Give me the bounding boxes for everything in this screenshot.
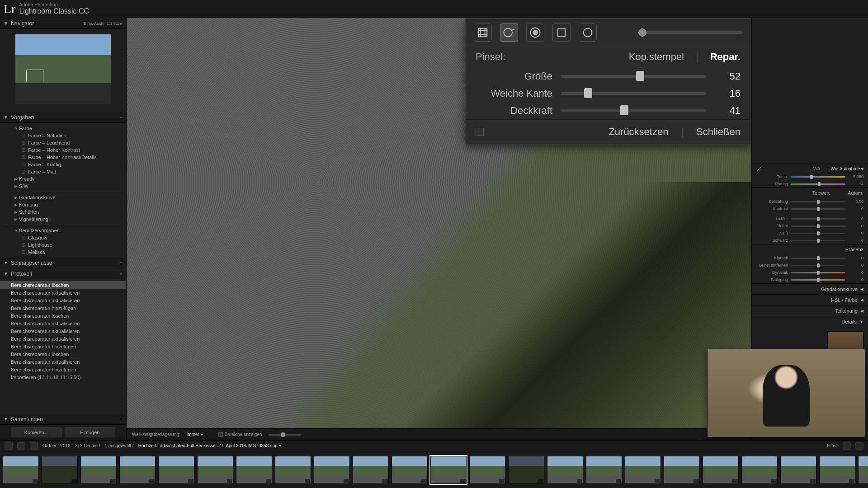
mode-heal[interactable]: Repar. [710,51,741,63]
history-item[interactable]: Bereichsreparatur aktualisieren [0,335,126,343]
plus-icon[interactable]: + [119,114,123,121]
filmstrip-thumb[interactable]: ⋯ [858,456,868,484]
filmstrip-thumb[interactable]: ⋯ [42,456,78,484]
panel-toggle[interactable] [476,128,484,136]
history-item[interactable]: Bereichsreparatur aktualisieren [0,327,126,335]
history-item[interactable]: Bereichsreparatur aktualisieren [0,289,126,296]
preset-group[interactable]: ▶Gradationskurve [0,194,126,201]
paste-button[interactable]: Einfügen [65,427,116,437]
image-canvas[interactable]: Pinsel: Kop.stempel | Repar. Größe 52 We… [127,18,751,428]
preset-group[interactable]: ▼Farbe [0,125,126,132]
show-areas-slider[interactable] [269,434,301,436]
navigator-preview[interactable] [0,29,126,112]
filmstrip-thumb[interactable]: ⋯ [275,456,311,484]
filmstrip-thumb[interactable]: ⋯ [819,456,855,484]
history-item[interactable]: Importieren (13.11.18 13:15:50) [0,373,126,381]
saturation-slider[interactable] [791,279,845,281]
history-item[interactable]: Bereichsreparatur hinzufügen [0,304,126,312]
exposure-slider[interactable] [791,201,845,202]
overlay-dropdown[interactable]: Immer ▾ [187,432,203,437]
navigator-header[interactable]: ▼ Navigator Einp. Ausfü. 1:1 3:1 ▸ [0,18,126,29]
second-screen-button[interactable] [30,442,38,450]
navigator-zoom-options[interactable]: Einp. Ausfü. 1:1 3:1 ▸ [84,21,123,26]
show-areas-checkbox[interactable] [218,432,223,437]
preset-item[interactable]: Melissa [0,249,126,256]
contrast-slider[interactable] [791,208,845,210]
filmstrip-thumb[interactable]: ⋯ [236,456,272,484]
spot-removal-tool[interactable] [500,23,518,42]
close-icon[interactable]: × [119,271,123,277]
filter-flag-button[interactable] [843,442,851,450]
auto-button[interactable]: Autom. [848,190,863,196]
radial-filter-tool[interactable] [579,23,597,42]
filmstrip[interactable]: ⋯⋯⋯⋯⋯⋯⋯⋯⋯⋯⋯⋯⋯⋯⋯⋯⋯⋯⋯⋯⋯⋯⋯ [0,451,868,488]
navigator-rect[interactable] [26,70,43,82]
reset-button[interactable]: Zurücksetzen [609,126,668,138]
copy-button[interactable]: Kopieren... [11,427,62,437]
history-header[interactable]: ▼ Protokoll × [0,268,126,279]
filmstrip-thumb[interactable]: ⋯ [741,456,778,484]
loupe-view-button[interactable] [17,442,25,450]
history-item[interactable]: Bereichsreparatur hinzufügen [0,343,126,350]
close-button[interactable]: Schließen [696,126,741,138]
graduated-filter-tool[interactable] [552,23,571,42]
tint-slider[interactable] [791,183,845,185]
preset-item[interactable]: Farbe – Kräftig [0,161,126,168]
path-filename[interactable]: Hochzeit-Ludwigshafen-Full-Benkesser-27.… [138,443,281,448]
temp-slider[interactable] [791,176,845,178]
filmstrip-thumb[interactable]: ⋯ [353,456,389,484]
vibrance-slider[interactable] [791,272,845,273]
blacks-slider[interactable] [791,240,845,241]
preset-group[interactable]: ▶Körnung [0,201,126,208]
filmstrip-thumb[interactable]: ⋯ [625,456,661,484]
filmstrip-thumb[interactable]: ⋯ [158,456,194,484]
preset-group[interactable]: ▶Schärfen [0,208,126,216]
filter-menu-button[interactable] [855,442,863,450]
eyedropper-icon[interactable] [756,165,763,172]
filmstrip-thumb[interactable]: ⋯ [3,456,39,484]
detail-panel[interactable]: Details▼ [752,316,868,327]
preset-group[interactable]: ▶Kreativ [0,175,126,183]
filmstrip-thumb[interactable]: ⋯ [430,456,467,484]
history-item[interactable]: Bereichsreparatur aktualisieren [0,358,126,366]
history-item[interactable]: Bereichsreparatur löschen [0,350,126,358]
preset-item[interactable]: Farbe – Natürlich [0,132,126,139]
snapshots-header[interactable]: ▼ Schnappschüsse + [0,258,126,268]
history-item[interactable]: Bereichsreparatur aktualisieren [0,296,126,304]
presets-header[interactable]: ▼ Vorgaben + [0,112,126,123]
history-item[interactable]: Bereichsreparatur aktualisieren [0,319,126,327]
whites-slider[interactable] [791,233,845,234]
filmstrip-thumb[interactable]: ⋯ [547,456,583,484]
filmstrip-thumb[interactable]: ⋯ [314,456,350,484]
collections-header[interactable]: ▼ Sammlungen + [0,414,126,425]
split-panel[interactable]: Teiltonung◀ [752,305,868,316]
filmstrip-thumb[interactable]: ⋯ [80,456,117,484]
filmstrip-thumb[interactable]: ⋯ [703,456,739,484]
preset-item[interactable]: Farbe – Hoher Kontrast [0,146,126,154]
preset-item[interactable]: Farbe – Matt [0,168,126,175]
size-slider[interactable] [561,75,706,78]
filmstrip-thumb[interactable]: ⋯ [119,456,156,484]
user-presets-group[interactable]: ▼Benutzervorgaben [0,227,126,234]
filmstrip-thumb[interactable]: ⋯ [780,456,816,484]
history-item[interactable]: Bereichsreparatur löschen [0,281,126,289]
curve-panel[interactable]: Gradationskurve◀ [752,283,868,294]
filmstrip-thumb[interactable]: ⋯ [392,456,428,484]
opacity-slider[interactable] [561,109,706,112]
redeye-tool[interactable] [526,23,544,42]
tool-strip-slider[interactable] [638,31,742,34]
highlights-slider[interactable] [791,218,845,220]
filmstrip-thumb[interactable]: ⋯ [664,456,700,484]
preset-item[interactable]: Lighthouse [0,241,126,249]
feather-slider[interactable] [561,92,706,95]
history-item[interactable]: Bereichsreparatur hinzufügen [0,366,126,373]
path-folder[interactable]: Ordner : 2018 [42,443,71,448]
history-item[interactable]: Bereichsreparatur löschen [0,312,126,319]
hsl-panel[interactable]: HSL / Farbe◀ [752,294,868,305]
preset-item[interactable]: Farbe – Hoher Kontrast/Details [0,154,126,161]
mode-clone[interactable]: Kop.stempel [629,51,684,63]
dehaze-slider[interactable] [791,265,845,266]
crop-tool[interactable] [474,23,492,42]
plus-icon[interactable]: + [119,416,123,422]
filmstrip-thumb[interactable]: ⋯ [586,456,622,484]
